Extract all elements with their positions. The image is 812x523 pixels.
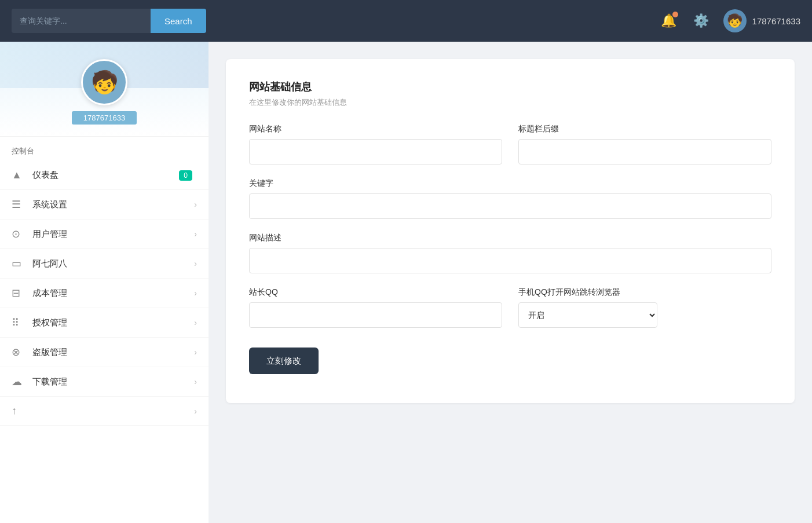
sidebar-section-title: 控制台	[0, 137, 209, 161]
keyword-input[interactable]	[249, 193, 771, 219]
sidebar-item-system[interactable]: ☰ 系统设置 ›	[0, 190, 209, 220]
profile-avatar: 🧒	[81, 59, 127, 105]
form-row-4: 站长QQ 手机QQ打开网站跳转浏览器 开启 关闭	[249, 287, 771, 328]
dashboard-icon: ▲	[12, 169, 28, 181]
site-name-input[interactable]	[249, 139, 502, 164]
mobile-qq-select[interactable]: 开启 关闭	[518, 302, 657, 328]
sidebar-item-download[interactable]: ☁ 下载管理 ›	[0, 367, 209, 397]
sidebar: 🧒 1787671633 控制台 ▲ 仪表盘 0 ☰ 系统设置 › ⊙ 用户管理…	[0, 42, 209, 523]
description-group: 网站描述	[249, 233, 771, 273]
nav-label-auth: 授权管理	[32, 317, 194, 328]
nav-label-a7a8: 阿七阿八	[32, 258, 194, 269]
user-info[interactable]: 🧒 1787671633	[723, 9, 800, 32]
sidebar-item-a7a8[interactable]: ▭ 阿七阿八 ›	[0, 249, 209, 279]
title-suffix-input[interactable]	[518, 139, 771, 164]
main-layout: 🧒 1787671633 控制台 ▲ 仪表盘 0 ☰ 系统设置 › ⊙ 用户管理…	[0, 42, 812, 523]
sidebar-profile: 🧒 1787671633	[0, 42, 209, 137]
keyword-label: 关键字	[249, 178, 771, 189]
chevron-right-icon-3: ›	[194, 259, 197, 268]
keyword-group: 关键字	[249, 178, 771, 219]
card-subtitle: 在这里修改你的网站基础信息	[249, 97, 771, 108]
auth-icon: ⠿	[12, 316, 28, 329]
nav-label-system: 系统设置	[32, 199, 194, 210]
mobile-qq-group: 手机QQ打开网站跳转浏览器 开启 关闭	[518, 287, 771, 328]
sidebar-item-cost[interactable]: ⊟ 成本管理 ›	[0, 279, 209, 308]
download-icon: ☁	[12, 375, 28, 388]
more-icon: ↑	[12, 405, 28, 417]
piracy-icon: ⊗	[12, 346, 28, 359]
nav-label-piracy: 盗版管理	[32, 347, 194, 358]
chevron-right-icon-6: ›	[194, 348, 197, 357]
webmaster-qq-label: 站长QQ	[249, 287, 502, 298]
sidebar-item-users[interactable]: ⊙ 用户管理 ›	[0, 220, 209, 249]
nav-label-cost: 成本管理	[32, 288, 194, 299]
avatar: 🧒	[723, 9, 747, 32]
title-suffix-label: 标题栏后缀	[518, 124, 771, 134]
cost-icon: ⊟	[12, 287, 28, 299]
form-row-3: 网站描述	[249, 233, 771, 273]
system-icon: ☰	[12, 198, 28, 211]
main-content: 网站基础信息 在这里修改你的网站基础信息 网站名称 标题栏后缀 关键字	[209, 42, 812, 523]
search-input[interactable]	[12, 9, 151, 33]
nav-label-users: 用户管理	[32, 229, 194, 240]
nav-label-download: 下载管理	[32, 376, 194, 387]
submit-button[interactable]: 立刻修改	[249, 348, 319, 374]
title-suffix-group: 标题栏后缀	[518, 124, 771, 164]
sidebar-item-more[interactable]: ↑ ›	[0, 397, 209, 426]
notification-badge	[672, 12, 678, 17]
settings-icon[interactable]: ⚙️	[691, 10, 712, 31]
site-info-card: 网站基础信息 在这里修改你的网站基础信息 网站名称 标题栏后缀 关键字	[226, 59, 795, 403]
search-area: Search	[12, 9, 206, 33]
card-title: 网站基础信息	[249, 80, 771, 94]
chevron-right-icon-7: ›	[194, 377, 197, 386]
webmaster-qq-input[interactable]	[249, 302, 502, 328]
a7a8-icon: ▭	[12, 257, 28, 270]
site-name-label: 网站名称	[249, 124, 502, 134]
form-row-1: 网站名称 标题栏后缀	[249, 124, 771, 164]
chevron-right-icon-5: ›	[194, 318, 197, 327]
search-button[interactable]: Search	[151, 9, 206, 33]
site-name-group: 网站名称	[249, 124, 502, 164]
chevron-right-icon-4: ›	[194, 288, 197, 298]
form-row-2: 关键字	[249, 178, 771, 219]
chevron-right-icon-2: ›	[194, 229, 197, 239]
notification-icon[interactable]: 🔔	[659, 10, 679, 31]
description-input[interactable]	[249, 248, 771, 273]
user-name-label: 1787671633	[752, 16, 800, 26]
chevron-right-icon-8: ›	[194, 407, 197, 416]
chevron-right-icon: ›	[194, 200, 197, 209]
webmaster-qq-group: 站长QQ	[249, 287, 502, 328]
nav-badge-dashboard: 0	[179, 170, 192, 181]
profile-name-bar: 1787671633	[72, 111, 137, 125]
sidebar-item-piracy[interactable]: ⊗ 盗版管理 ›	[0, 338, 209, 367]
users-icon: ⊙	[12, 228, 28, 240]
mobile-qq-label: 手机QQ打开网站跳转浏览器	[518, 287, 771, 298]
nav-label-dashboard: 仪表盘	[32, 170, 179, 181]
description-label: 网站描述	[249, 233, 771, 243]
sidebar-item-auth[interactable]: ⠿ 授权管理 ›	[0, 308, 209, 338]
header-right: 🔔 ⚙️ 🧒 1787671633	[659, 9, 800, 32]
app-header: Search 🔔 ⚙️ 🧒 1787671633	[0, 0, 812, 42]
sidebar-item-dashboard[interactable]: ▲ 仪表盘 0	[0, 161, 209, 190]
